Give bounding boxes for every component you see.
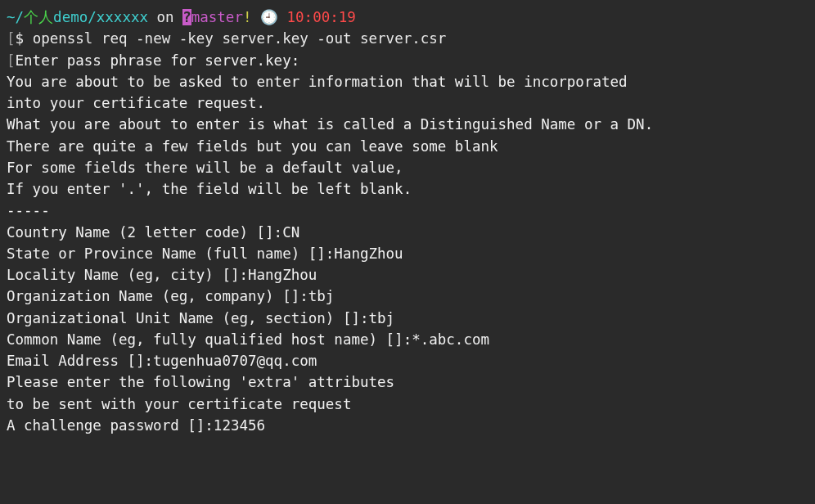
output-line: [Enter pass phrase for server.key: xyxy=(7,50,808,71)
command-text: openssl req -new -key server.key -out se… xyxy=(33,30,447,47)
prompt-symbol: $ xyxy=(16,30,33,47)
output-line: State or Province Name (full name) []:Ha… xyxy=(7,243,808,264)
output-line: You are about to be asked to enter infor… xyxy=(7,71,808,92)
output-line: Email Address []:tugenhua0707@qq.com xyxy=(7,350,808,371)
path-slash: / xyxy=(16,9,25,25)
branch-name: master xyxy=(191,9,243,25)
output-line: What you are about to enter is what is c… xyxy=(7,114,808,135)
prompt-time: 10:00:19 xyxy=(287,9,356,25)
prompt-on: on xyxy=(148,9,182,25)
output-line: into your certificate request. xyxy=(7,92,808,114)
output-line: Common Name (eg, fully qualified host na… xyxy=(7,329,808,350)
output-line: Organizational Unit Name (eg, section) [… xyxy=(7,308,808,329)
output-line: A challenge password []:123456 xyxy=(7,415,808,436)
command-line[interactable]: [$ openssl req -new -key server.key -out… xyxy=(7,28,808,49)
path-tilde: ~ xyxy=(7,9,16,25)
output-line: There are quite a few fields but you can… xyxy=(7,136,808,157)
clock-icon: 🕘 xyxy=(251,9,286,25)
output-line: Locality Name (eg, city) []:HangZhou xyxy=(7,264,808,286)
branch-bang: ! xyxy=(243,9,252,25)
path-seg2: demo/xxxxxx xyxy=(53,9,148,25)
output-line: Organization Name (eg, company) []:tbj xyxy=(7,286,808,307)
output-line: For some fields there will be a default … xyxy=(7,157,808,178)
output-line: Country Name (2 letter code) []:CN xyxy=(7,222,808,243)
output-line: Please enter the following 'extra' attri… xyxy=(7,371,808,393)
prompt-line: ~/个人demo/xxxxxx on ?master! 🕘 10:00:19 xyxy=(7,7,808,28)
output-line: to be sent with your certificate request xyxy=(7,394,808,415)
output-line: If you enter '.', the field will be left… xyxy=(7,178,808,200)
path-seg1: 个人 xyxy=(24,9,53,25)
output-line: ----- xyxy=(7,200,808,221)
branch-q-icon: ? xyxy=(182,9,191,25)
